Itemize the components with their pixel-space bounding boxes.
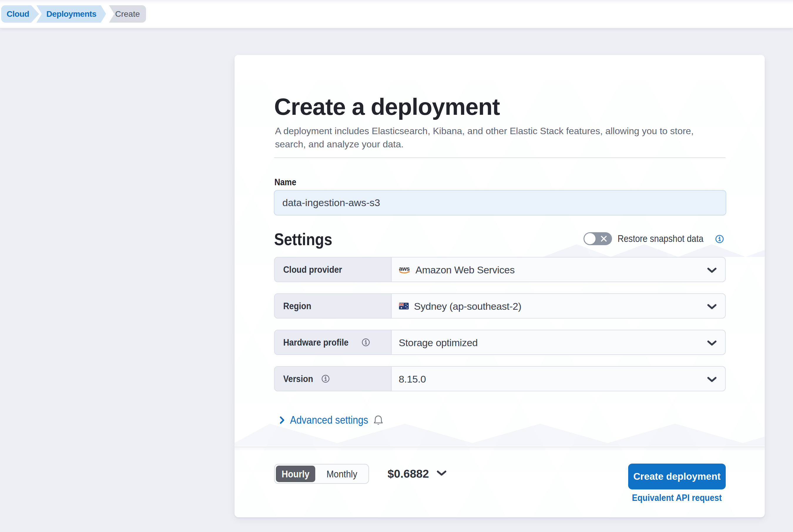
svg-text:Deployments: Deployments [47, 10, 96, 19]
svg-text:Cloud: Cloud [7, 10, 30, 19]
svg-text:aws: aws [399, 265, 410, 272]
svg-text:Create: Create [115, 10, 140, 19]
